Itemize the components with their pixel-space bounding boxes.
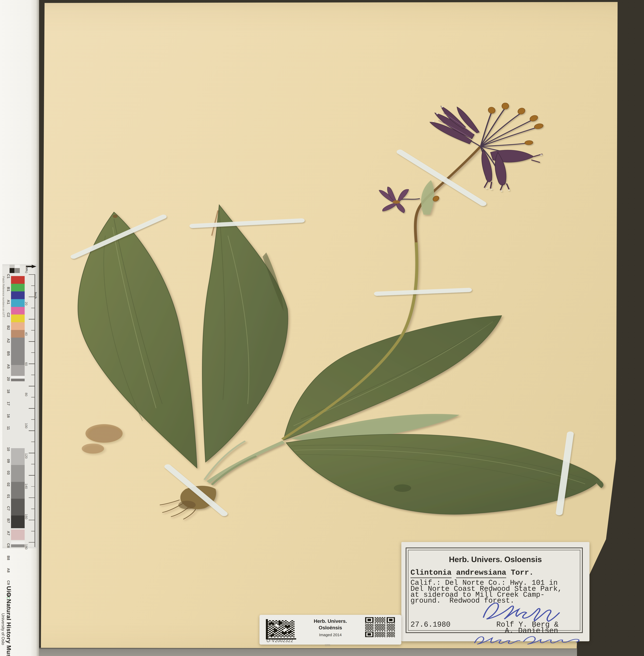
color-calibration-card: C1B1A1C2B2A2B5A52018171611 1009030201C7B…: [2, 264, 37, 548]
color-patch: [11, 337, 25, 365]
barcode-label: Herb. Univers. Osloënsis Imaged 2014 O-V…: [259, 615, 401, 645]
color-patch: [11, 291, 25, 299]
ruler-number: 180: [24, 544, 28, 549]
ruler-mm-unit: mm: [25, 265, 29, 271]
author: Torr.: [506, 568, 534, 577]
color-patch: [11, 482, 25, 499]
ruler-baseline: [34, 274, 35, 547]
ruler-number: 160: [24, 514, 28, 519]
qr-code: [365, 617, 395, 637]
color-patch: [11, 276, 25, 284]
epithet: andrewsiana: [456, 568, 506, 578]
uio-brand: UiO: [5, 586, 12, 597]
uio-museum-line: UiO:Natural History Museum: [5, 555, 12, 656]
label-print-code: 1201: [325, 644, 330, 647]
barcode-imaged-line: Imaged 2014: [298, 633, 363, 637]
genus: Clintonia: [411, 568, 452, 578]
color-patch: [11, 330, 25, 338]
datamatrix-barcode: [266, 618, 298, 640]
color-patch: [11, 314, 25, 322]
ruler-number: 140: [24, 483, 28, 489]
ruler-number: 120: [24, 453, 28, 459]
determination-label: Herb. Univers. Osloensis Clintonia andre…: [401, 542, 590, 641]
tape-strip: [400, 152, 483, 204]
ruler-number: 0: [24, 271, 28, 273]
accession-number: O-V2002322: [267, 638, 293, 643]
ruler-number: 40: [24, 332, 28, 335]
color-patch: [11, 322, 25, 330]
color-patch: [11, 307, 25, 314]
color-patch: [11, 465, 25, 482]
ruler-number: 60: [24, 362, 28, 366]
ruler-inch-unit: Inch: [34, 292, 37, 299]
color-patch: [11, 284, 25, 291]
left-reference-strip: C1B1A1C2B2A2B5A52018171611 1009030201C7B…: [0, 0, 39, 656]
barcode-institution-line1: Herb. Univers.: [298, 618, 363, 624]
label-header: Herb. Univers. Osloensis: [401, 555, 590, 564]
uio-green-colon: :: [5, 597, 12, 599]
open-flower: [379, 187, 409, 213]
color-patch: [11, 299, 25, 307]
collection-date: 27.6.1980: [411, 620, 451, 629]
stem-bract: [421, 180, 434, 215]
ruler-number: 100: [24, 423, 28, 429]
color-patch: [11, 529, 25, 540]
color-patch: [11, 516, 25, 528]
ruler-major-ticks: [29, 274, 34, 547]
signature-anders-danielsen: [471, 632, 584, 646]
museum-name: Natural History Museum: [5, 599, 12, 656]
color-patch: [11, 544, 25, 547]
barcode-institution-line2: Osloënsis: [298, 625, 363, 631]
color-patch: [11, 376, 25, 379]
uio-logo-block: UiO:Natural History Museum University of…: [1, 555, 12, 656]
tape-strip: [192, 221, 302, 226]
leaf-left-inner: [202, 205, 288, 462]
flower-umbel: [379, 103, 545, 213]
ruler-number: 20: [24, 302, 28, 305]
color-patch: [11, 448, 25, 465]
color-patch: [11, 379, 25, 381]
tape-strip: [377, 290, 469, 294]
calibration-black-square: [9, 268, 15, 273]
plant-leaves: [78, 147, 603, 519]
herbarium-scan: C1B1A1C2B2A2B5A52018171611 1009030201C7B…: [0, 0, 644, 656]
uio-university-line: University of Oslo: [1, 557, 5, 656]
color-patch: [11, 499, 25, 516]
patch-reference-labels-top: C1B1A1C2B2A2B5A52018171611: [6, 274, 10, 430]
color-patch: [11, 541, 25, 544]
calibration-gray-square: [15, 268, 20, 273]
color-patch: [11, 365, 25, 376]
ruler-number: 80: [24, 393, 28, 396]
patch-reference-caption: Patch Reference numbers on UTT: [2, 276, 5, 418]
species-line: Clintonia andrewsiana Torr.: [411, 568, 534, 577]
